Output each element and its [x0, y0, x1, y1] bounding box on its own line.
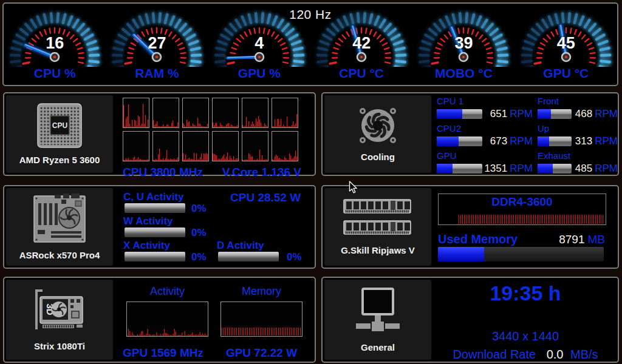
panel-memory: G.Skill Ripjaws V DDR4-3600 Used Memory …	[321, 185, 619, 269]
gauge-cpu-usage: 16 CPU %	[4, 4, 106, 85]
memory-graph-stripes	[459, 215, 604, 224]
svg-text:CPU: CPU	[52, 121, 67, 130]
memory-graph: DDR4-3600	[438, 194, 606, 225]
fan-icon	[358, 106, 398, 145]
fan-fill	[538, 164, 553, 174]
panel-cpu: CPU AMD Ryzen 5 3600 CPU 3800 MHz V.Core…	[3, 92, 316, 176]
gpu-activity-bars	[127, 302, 208, 336]
mouse-cursor	[349, 181, 358, 194]
device-label: General	[361, 342, 395, 352]
activity-label: D Activity	[217, 240, 264, 252]
fan-value: 1351	[484, 163, 507, 174]
network-monitor-icon	[354, 287, 402, 335]
uptime-value: 19:35 h	[433, 281, 618, 305]
gauge-label: GPU %	[208, 66, 310, 81]
fan-bar	[437, 164, 482, 174]
activity-bar	[125, 252, 185, 261]
gauge-gpu-usage: 4 GPU %	[208, 4, 310, 85]
used-memory-label: Used Memory	[438, 232, 518, 246]
activity-bar	[125, 203, 185, 213]
cpu-core-graph	[182, 131, 209, 161]
fan-row: Front 468RPM	[538, 96, 618, 123]
fan-value: 673	[490, 135, 507, 147]
gauge-panel: 120 Hz 16 CPU % 27 RAM % 4 GPU % 42 CPU …	[2, 2, 618, 86]
fan-row: Exhaust 485RPM	[538, 150, 618, 178]
fan-value: 485	[575, 163, 592, 174]
cpu-core-graph	[152, 98, 179, 128]
device-label: ASRock x570 Pro4	[19, 250, 100, 260]
cpu-clock-label: CPU 3800 MHz	[123, 166, 203, 179]
fan-label: CPU2	[437, 123, 533, 134]
fan-unit: RPM	[595, 135, 618, 147]
gauge-label: GPU °C	[515, 66, 617, 81]
fan-bar	[437, 109, 482, 119]
fan-label: Exhaust	[538, 150, 618, 161]
fan-fill	[538, 136, 549, 146]
fan-row: CPU 1 651RPM	[437, 96, 533, 123]
general-icon-section: General	[324, 280, 431, 360]
cpu-chip-icon: CPU	[36, 103, 83, 148]
fan-unit: RPM	[510, 163, 533, 174]
used-memory-fill	[438, 247, 484, 261]
used-memory-bar	[438, 247, 604, 261]
fan-row: GPU 1351RPM	[437, 150, 533, 178]
fan-row: CPU2 673RPM	[437, 123, 533, 150]
gpu-memory-stripes	[222, 328, 301, 335]
panel-cooling: Cooling CPU 1 651RPM CPU2 673RPM GPU 135…	[321, 92, 619, 176]
device-label: Strix 1080Ti	[34, 341, 85, 351]
gpu-activity-graph	[126, 302, 208, 337]
gauge-label: CPU %	[4, 66, 106, 81]
cpu-core-graph	[123, 98, 149, 128]
fan-unit: RPM	[595, 108, 618, 120]
cpu-core-graph	[152, 131, 179, 161]
fan-unit: RPM	[510, 135, 533, 147]
fan-value: 313	[575, 135, 592, 147]
download-rate-unit: MB/s	[570, 348, 598, 361]
fan-value: 651	[490, 108, 507, 120]
gauge-cpu-temp: 42 CPU °C	[310, 4, 412, 85]
cpu-core-graphs	[123, 98, 298, 161]
gpu-power-label: GPU 72.22 W	[220, 346, 302, 360]
gpu-icon-section: 3D Strix 1080Ti	[6, 280, 113, 360]
gpu-activity-title: Activity	[126, 285, 208, 298]
gauge-label: RAM %	[106, 66, 208, 81]
used-memory-unit: MB	[588, 233, 606, 246]
cpu-core-graph	[272, 131, 298, 161]
gauge-value: 42	[310, 34, 412, 53]
panel-gpu: 3D Strix 1080Ti Activity Memory GPU 1569…	[3, 277, 316, 363]
fan-unit: RPM	[510, 108, 533, 120]
gpu-memory-title: Memory	[220, 285, 302, 298]
device-label: AMD Ryzen 5 3600	[19, 155, 100, 165]
fan-row: Up 313RPM	[538, 123, 618, 150]
fan-label: GPU	[437, 150, 533, 161]
fan-unit: RPM	[595, 163, 618, 174]
gpu-clock-label: GPU 1569 MHz	[122, 346, 204, 360]
fan-value: 468	[575, 108, 592, 120]
cpu-core-graph	[182, 98, 209, 128]
cpu-core-graph	[212, 98, 239, 128]
cpu-power-label: CPU 28.52 W	[230, 191, 301, 204]
gauge-value: 39	[412, 34, 514, 53]
activity-bar	[125, 228, 185, 237]
panel-motherboard: ASRock x570 Pro4 C, U Activity 0% CPU 28…	[3, 185, 316, 269]
fan-bar	[437, 136, 482, 146]
gauge-value: 4	[208, 34, 310, 53]
gpu-memory-graph	[220, 302, 302, 337]
activity-value: 0%	[191, 203, 207, 215]
gauge-value: 27	[106, 34, 208, 53]
download-rate-value: 0.0	[547, 348, 564, 361]
gpu-card-icon: 3D	[30, 288, 89, 334]
fan-bar	[538, 164, 572, 174]
cpu-icon-section: CPU AMD Ryzen 5 3600	[6, 95, 113, 173]
fan-label: Front	[538, 96, 618, 107]
motherboard-icon-section: ASRock x570 Pro4	[6, 188, 113, 266]
fan-label: CPU 1	[437, 96, 533, 107]
gauge-label: MOBO °C	[412, 66, 514, 81]
fan-fill	[437, 164, 453, 174]
gauge-mobo-temp: 39 MOBO °C	[412, 4, 514, 85]
gauge-label: CPU °C	[310, 66, 412, 81]
cpu-core-graph	[242, 131, 268, 161]
cpu-vcore-label: V.Core 1.136 V	[222, 166, 301, 179]
fan-label: Up	[538, 123, 618, 134]
fan-fill	[437, 109, 462, 119]
